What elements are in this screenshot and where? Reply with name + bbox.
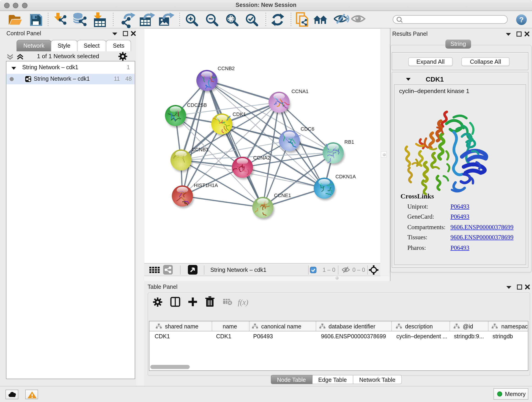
- svg-text:database identifier: database identifier: [328, 323, 375, 330]
- svg-text:CCNE1: CCNE1: [274, 192, 291, 198]
- svg-text:CDC25B: CDC25B: [187, 102, 207, 108]
- svg-text:CCNB1: CCNB1: [191, 147, 209, 153]
- svg-text:stringdb: stringdb: [492, 333, 513, 339]
- svg-text:HIST1H1A: HIST1H1A: [194, 182, 218, 188]
- svg-text:namespace: namespace: [501, 323, 528, 330]
- svg-text:0 – 0: 0 – 0: [352, 266, 365, 273]
- svg-text:stringdb:9...: stringdb:9...: [454, 333, 484, 339]
- svg-text:RB1: RB1: [344, 139, 354, 145]
- svg-text:CDK1: CDK1: [216, 333, 231, 339]
- svg-text:CDK1: CDK1: [154, 333, 170, 339]
- svg-text:cyclin–dependent ...: cyclin–dependent ...: [396, 333, 447, 339]
- svg-text:@id: @id: [462, 323, 473, 330]
- svg-text:9606.ENSP00000378699: 9606.ENSP00000378699: [321, 333, 386, 339]
- svg-text:CDKN1A: CDKN1A: [336, 174, 356, 179]
- svg-text:description: description: [405, 323, 433, 330]
- svg-text:1 – 0: 1 – 0: [323, 266, 336, 273]
- svg-text:CDC6: CDC6: [301, 126, 314, 132]
- svg-text:CCNA2: CCNA2: [253, 155, 270, 161]
- svg-text:String Network – cdk1: String Network – cdk1: [210, 266, 266, 273]
- svg-text:?: ?: [519, 16, 524, 24]
- svg-text:name: name: [222, 323, 237, 330]
- svg-text:f(x): f(x): [238, 298, 248, 306]
- svg-text:P06493: P06493: [253, 333, 273, 339]
- svg-text:canonical name: canonical name: [261, 323, 301, 330]
- svg-text:CDK1: CDK1: [233, 111, 246, 117]
- svg-text:shared name: shared name: [165, 323, 198, 330]
- svg-text:CCNA1: CCNA1: [291, 89, 309, 94]
- svg-text:CCNB2: CCNB2: [218, 65, 235, 71]
